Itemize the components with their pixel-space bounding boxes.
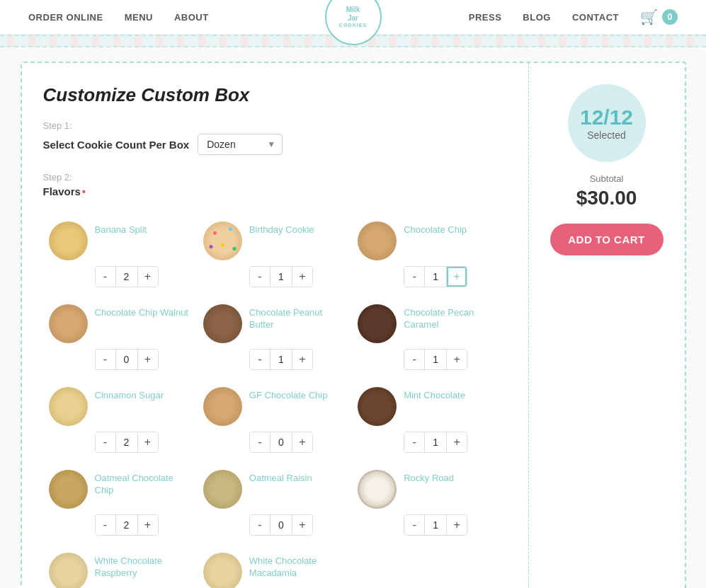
qty-plus-choc-pecan-caramel[interactable]: + [447,350,467,369]
qty-value-cc-walnut[interactable] [115,350,138,369]
cookie-name-rocky-road: Rocky Road [404,470,454,485]
cookie-name-mint-choc: Mint Chocolate [404,387,465,402]
cookie-image-choc-pecan-caramel [358,304,397,343]
cookie-image-wc-raspberry [49,553,88,588]
qty-value-mint-choc[interactable] [424,432,447,452]
qty-control-cinnamon-sugar: -+ [95,432,159,453]
nav-press[interactable]: PRESS [469,12,502,23]
qty-value-rocky-road[interactable] [424,515,447,535]
cookie-name-wc-macadamia: White Chocolate Macadamia [249,553,346,580]
step1-row: Select Cookie Count Per Box Half Dozen D… [43,134,507,155]
qty-minus-choc-pb[interactable]: - [250,350,270,369]
qty-value-banana-split[interactable] [115,267,138,287]
nav-about[interactable]: ABOUT [174,12,209,23]
cookie-name-cc-walnut: Chocolate Chip Walnut [95,304,188,319]
step2-label: Step 2: [43,172,507,183]
cookie-count-select[interactable]: Half Dozen Dozen Two Dozen [198,134,283,155]
cookie-item-mint-choc: Mint Chocolate-+ [352,380,506,463]
cookie-item-choc-pecan-caramel: Chocolate Pecan Caramel-+ [352,297,506,380]
navigation: ORDER ONLINE MENU ABOUT Milk Jar COOKIES… [0,0,706,35]
cookie-item-banana-split: Banana Split-+ [43,214,198,297]
cookie-image-chocolate-chip [358,221,397,260]
qty-value-gf-cc[interactable] [270,432,292,452]
logo-text: Milk Jar COOKIES [339,6,367,28]
qty-value-choc-pecan-caramel[interactable] [424,350,447,369]
qty-minus-oatmeal-cc[interactable]: - [96,515,115,535]
qty-plus-chocolate-chip[interactable]: + [447,267,467,287]
cookie-image-wc-macadamia [203,553,242,588]
cart-badge: 0 [662,9,678,25]
qty-value-chocolate-chip[interactable] [424,267,447,287]
qty-value-choc-pb[interactable] [270,350,292,369]
step1-label: Step 1: [43,120,507,131]
cookie-image-cc-walnut [49,304,88,343]
qty-control-oatmeal-cc: -+ [95,514,159,536]
qty-plus-oatmeal-cc[interactable]: + [138,515,158,535]
qty-minus-banana-split[interactable]: - [96,267,115,287]
qty-minus-cinnamon-sugar[interactable]: - [96,432,115,452]
qty-minus-gf-cc[interactable]: - [250,432,270,452]
qty-plus-banana-split[interactable]: + [138,267,158,287]
cookie-item-wc-raspberry: White Chocolate Raspberry-+ [43,546,198,588]
step2-title: Flavors• [43,185,507,197]
qty-minus-chocolate-chip[interactable]: - [404,267,424,287]
cookie-grid: Banana Split-+Birthday Cookie-+Chocolate… [43,214,507,588]
cookie-name-chocolate-chip: Chocolate Chip [404,221,467,236]
cookie-image-birthday-cookie [203,221,242,260]
cookie-name-birthday-cookie: Birthday Cookie [249,221,314,236]
qty-minus-mint-choc[interactable]: - [404,432,424,452]
cookie-name-oatmeal-cc: Oatmeal Chocolate Chip [95,470,192,497]
qty-control-mint-choc: -+ [404,432,467,453]
step2-section: Step 2: Flavors• [43,172,507,197]
cookie-item-oatmeal-raisin: Oatmeal Raisin-+ [198,463,352,546]
selected-circle: 12/12 Selected [568,84,646,162]
qty-control-cc-walnut: -+ [95,349,159,370]
qty-minus-rocky-road[interactable]: - [404,515,424,535]
qty-control-gf-cc: -+ [249,432,313,453]
cookie-name-cinnamon-sugar: Cinnamon Sugar [95,387,164,402]
qty-plus-mint-choc[interactable]: + [447,432,467,452]
cookie-item-gf-cc: GF Chocolate Chip-+ [198,380,352,463]
qty-plus-rocky-road[interactable]: + [447,515,467,535]
qty-minus-cc-walnut[interactable]: - [96,350,115,369]
qty-plus-cc-walnut[interactable]: + [138,350,158,369]
cookie-image-rocky-road [358,470,397,509]
cookie-name-gf-cc: GF Chocolate Chip [249,387,328,402]
cart-icon: 🛒 [640,8,658,25]
qty-control-choc-pb: -+ [249,349,313,370]
cookie-image-mint-choc [358,387,397,426]
cookie-item-choc-pb: Chocolate Peanut Butter-+ [198,297,352,380]
qty-control-choc-pecan-caramel: -+ [404,349,467,370]
add-to-cart-button[interactable]: ADD TO CART [550,224,664,255]
qty-plus-birthday-cookie[interactable]: + [292,267,312,287]
cart-area[interactable]: 🛒 0 [640,8,678,25]
qty-plus-choc-pb[interactable]: + [292,350,312,369]
nav-order-online[interactable]: ORDER ONLINE [28,12,103,23]
selected-label: Selected [587,129,625,141]
qty-plus-oatmeal-raisin[interactable]: + [292,515,312,535]
qty-control-banana-split: -+ [95,266,159,287]
qty-control-chocolate-chip: -+ [404,266,467,287]
qty-minus-birthday-cookie[interactable]: - [250,267,270,287]
qty-minus-choc-pecan-caramel[interactable]: - [404,350,424,369]
cookie-name-wc-raspberry: White Chocolate Raspberry [95,553,192,580]
qty-minus-oatmeal-raisin[interactable]: - [250,515,270,535]
cookie-image-banana-split [49,221,88,260]
qty-value-cinnamon-sugar[interactable] [115,432,138,452]
cookie-item-cc-walnut: Chocolate Chip Walnut-+ [43,297,198,380]
cookie-name-choc-pb: Chocolate Peanut Butter [249,304,346,331]
cookie-item-wc-macadamia: White Chocolate Macadamia-+ [198,546,352,588]
qty-value-oatmeal-raisin[interactable] [270,515,292,535]
qty-plus-cinnamon-sugar[interactable]: + [138,432,158,452]
nav-menu[interactable]: MENU [125,12,153,23]
nav-contact[interactable]: CONTACT [572,12,619,23]
qty-value-birthday-cookie[interactable] [270,267,292,287]
cookie-image-choc-pb [203,304,242,343]
qty-control-birthday-cookie: -+ [249,266,313,287]
nav-blog[interactable]: BLOG [523,12,551,23]
cookie-name-choc-pecan-caramel: Chocolate Pecan Caramel [404,304,501,331]
qty-plus-gf-cc[interactable]: + [292,432,312,452]
cookie-image-oatmeal-cc [49,470,88,509]
qty-value-oatmeal-cc[interactable] [115,515,138,535]
cookie-item-chocolate-chip: Chocolate Chip-+ [352,214,506,297]
